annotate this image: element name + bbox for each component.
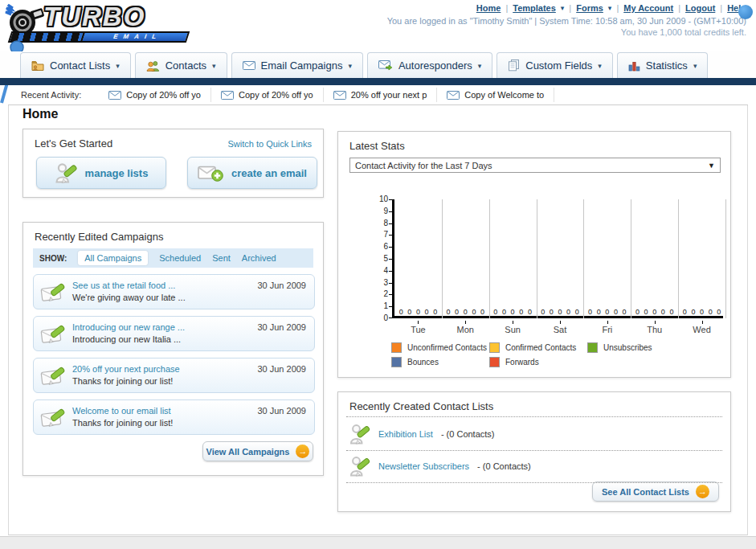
page-title: Home (22, 107, 58, 121)
tab-autoresponders[interactable]: Autoresponders▾ (367, 52, 492, 78)
legend-label: Bounces (407, 358, 439, 367)
tab-custom-fields[interactable]: Custom Fields▾ (497, 52, 613, 78)
x-axis-tick-mark (513, 321, 513, 324)
chart-day-group: 00000 (537, 199, 584, 318)
legend-label: Forwards (505, 358, 539, 367)
legend-label: Unconfirmed Contacts (407, 343, 487, 352)
x-axis-tick-mark (655, 321, 656, 324)
dotted-separator (346, 450, 722, 451)
campaign-item[interactable]: See us at the retail food ...We're givin… (33, 274, 315, 309)
tab-label: Contact Lists (50, 59, 110, 72)
tab-label: Autoresponders (398, 59, 472, 72)
manage-lists-button[interactable]: manage lists (36, 157, 166, 189)
stats-report-dropdown[interactable]: Contact Activity for the Last 7 Days ▼ (349, 158, 721, 173)
legend-item-bounces: Bounces (391, 357, 489, 367)
nav-link-forms[interactable]: Forms (576, 3, 603, 13)
x-axis-tick-label: Tue (394, 325, 442, 334)
latest-stats-panel: Latest Stats Contact Activity for the La… (337, 131, 731, 378)
filter-all-campaigns[interactable]: All Campaigns (78, 251, 148, 265)
recent-activity-item[interactable]: Copy of 20% off yo (99, 88, 211, 102)
envelope-icon (447, 91, 460, 100)
chart-icon (628, 60, 640, 72)
chart-value-labels: 00000 (537, 308, 584, 316)
recent-activity-bar: Recent Activity: Copy of 20% off yoCopy … (8, 85, 748, 105)
chart-value-labels: 00000 (489, 308, 537, 316)
nav-separator: | (720, 3, 722, 13)
recent-activity-item[interactable]: 20% off your next p (324, 88, 438, 102)
y-axis-tick-mark (389, 271, 393, 272)
nav-link-logout[interactable]: Logout (685, 3, 715, 13)
chart-day-group: 00000 (394, 199, 442, 318)
tab-contacts[interactable]: Contacts▾ (135, 52, 227, 78)
campaign-title-link[interactable]: 20% off your next purchase (72, 364, 180, 374)
chart-value-label: 0 (635, 308, 640, 316)
filter-sent[interactable]: Sent (212, 253, 231, 263)
tab-email-campaigns[interactable]: Email Campaigns▾ (231, 52, 363, 78)
see-all-contact-lists-button[interactable]: See All Contact Lists → (592, 481, 719, 502)
contact-list-detail: - (0 Contacts) (477, 461, 531, 471)
chart-value-label: 0 (519, 308, 523, 316)
chart-value-label: 0 (597, 308, 601, 316)
chart-value-label: 0 (683, 308, 687, 316)
contact-list-item[interactable]: Newsletter Subscribers- (0 Contacts) (349, 455, 531, 477)
pages-icon (508, 59, 520, 72)
campaign-item[interactable]: 20% off your next purchaseThanks for joi… (33, 358, 315, 393)
campaign-item[interactable]: Welcome to our email listThanks for join… (33, 399, 315, 435)
logo-title: TURBO (43, 2, 145, 32)
campaign-title-link[interactable]: Welcome to our email list (72, 406, 171, 416)
chevron-down-icon: ▾ (598, 62, 602, 70)
folder-icon (31, 60, 44, 72)
see-all-contact-lists-label: See All Contact Lists (602, 487, 689, 497)
chart-day-group: 00000 (678, 199, 725, 318)
filter-archived[interactable]: Archived (242, 253, 276, 263)
x-axis-tick-mark (702, 321, 703, 324)
chart-legend: Unconfirmed ContactsConfirmed ContactsUn… (391, 342, 652, 367)
tab-statistics[interactable]: Statistics▾ (617, 52, 709, 78)
legend-item-forwards: Forwards (489, 357, 587, 367)
x-axis-tick-label: Fri (583, 325, 631, 334)
legend-item-unsubscribes: Unsubscribes (587, 342, 652, 353)
stats-dropdown-value: Contact Activity for the Last 7 Days (355, 161, 492, 170)
campaign-subtitle: We're giving away our late ... (72, 293, 186, 302)
nav-link-templates[interactable]: Templates (513, 3, 556, 13)
footer-bar (0, 536, 756, 549)
filter-scheduled[interactable]: Scheduled (159, 253, 201, 263)
chart-value-label: 0 (425, 308, 429, 316)
contact-list-item[interactable]: Exhibition List- (0 Contacts) (349, 423, 495, 445)
chart-value-label: 0 (480, 308, 484, 316)
envelope-icon (333, 91, 346, 100)
chart-value-label: 0 (652, 308, 656, 316)
y-axis-tick-label: 6 (369, 242, 388, 251)
contact-lists-panel: Recently Created Contact Lists Exhibitio… (337, 391, 731, 512)
header-right: Home|Templates▾|Forms▾|My Account|Logout… (387, 3, 746, 37)
dotted-separator (346, 416, 722, 417)
y-axis-tick-label: 7 (369, 230, 388, 239)
view-all-campaigns-button[interactable]: View All Campaigns → (202, 441, 313, 461)
campaign-title-link[interactable]: Introducing our new range ... (72, 322, 185, 332)
chart-value-labels: 00000 (678, 308, 725, 316)
campaign-edit-icon (40, 281, 69, 304)
switch-to-quick-links-link[interactable]: Switch to Quick Links (227, 139, 312, 149)
chart-day-group: 00000 (583, 199, 631, 318)
tab-label: Custom Fields (525, 59, 592, 72)
tab-label: Contacts (166, 59, 206, 72)
y-axis-tick-mark (389, 318, 393, 318)
campaign-item[interactable]: Introducing our new range ...Introducing… (33, 316, 315, 351)
contact-list-name-link[interactable]: Exhibition List (378, 429, 433, 439)
tab-contact-lists[interactable]: Contact Lists▾ (20, 52, 131, 78)
create-an-email-button[interactable]: create an email (187, 157, 317, 189)
contact-list-name-link[interactable]: Newsletter Subscribers (378, 461, 469, 471)
latest-stats-title: Latest Stats (349, 140, 405, 152)
help-bubble-icon[interactable] (738, 5, 753, 19)
main-nav: Home|Templates▾|Forms▾|My Account|Logout… (387, 3, 746, 13)
recent-activity-item[interactable]: Copy of Welcome to (437, 88, 554, 102)
campaign-title-link[interactable]: See us at the retail food ... (72, 281, 175, 290)
chart-value-label: 0 (433, 308, 437, 316)
nav-link-my-account[interactable]: My Account (623, 3, 673, 13)
recent-activity-item[interactable]: Copy of 20% off yo (211, 88, 324, 102)
y-axis-tick-label: 8 (369, 219, 388, 227)
nav-link-home[interactable]: Home (476, 3, 501, 13)
chart-value-label: 0 (541, 308, 545, 316)
chart-value-label: 0 (528, 308, 532, 316)
campaign-subtitle: Thanks for joining our list! (72, 418, 173, 428)
